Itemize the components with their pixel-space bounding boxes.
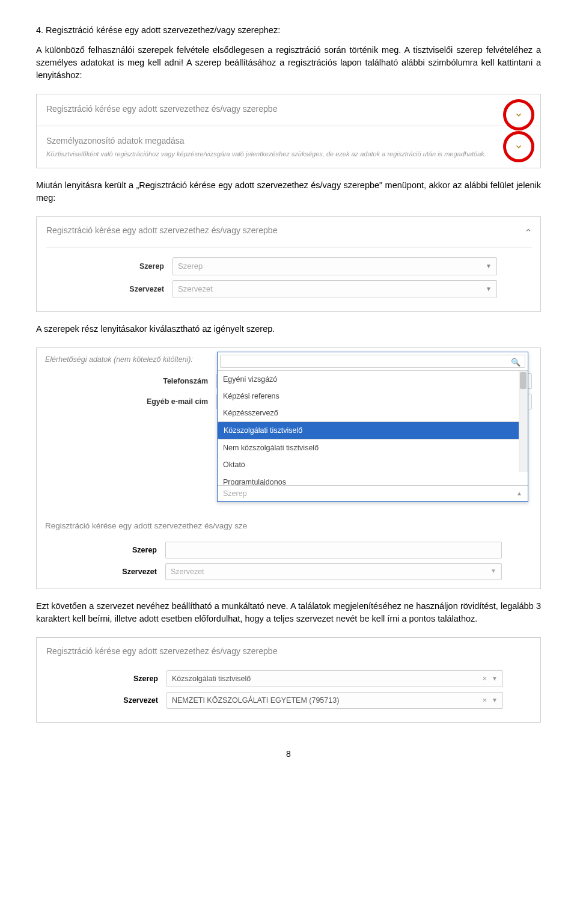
panel-personal-data[interactable]: Személyazonosító adatok megadása Köztisz… <box>37 126 540 167</box>
row-szerep: Szerep Közszolgálati tisztviselő × ▼ <box>46 668 532 690</box>
clear-icon[interactable]: × <box>480 673 490 685</box>
dropdown-option[interactable]: Programtulajdonos <box>218 474 528 485</box>
panel-registration-request[interactable]: Regisztráció kérése egy adott szervezeth… <box>37 94 540 126</box>
select-value: Szerep <box>178 261 203 272</box>
screenshot-expanded-form: Regisztráció kérése egy adott szervezeth… <box>36 216 541 312</box>
szerep-dropdown[interactable]: 🔍 Egyéni vizsgázóKépzési referensKépzéss… <box>217 352 528 502</box>
paragraph-1: A különböző felhasználói szerepek felvét… <box>36 44 541 90</box>
highlight-circle <box>503 99 534 130</box>
row-szerep: Szerep Szerep ▼ <box>46 255 532 278</box>
paragraph-4: Ezt követően a szervezet nevéhez beállít… <box>36 600 541 634</box>
chevron-up-icon[interactable]: ▲ <box>516 489 522 498</box>
select-szerep[interactable] <box>165 542 502 558</box>
dropdown-search-input[interactable] <box>220 355 525 368</box>
dropdown-option[interactable]: Közszolgálati tisztviselő <box>218 421 528 439</box>
screenshot-collapsed-panels: Regisztráció kérése egy adott szervezeth… <box>36 94 541 168</box>
chevron-down-icon: ▼ <box>490 567 496 576</box>
panel-title: Regisztráció kérése egy adott szervezeth… <box>46 103 532 117</box>
select-value: Közszolgálati tisztviselő <box>172 673 251 684</box>
panel-subtitle: Köztisztviselőként való regisztrációhoz … <box>46 150 532 159</box>
select-value: Szervezet <box>178 284 213 295</box>
dropdown-search-row: 🔍 <box>218 352 528 371</box>
row-szerep: Szerep <box>45 539 532 561</box>
row-szervezet: Szervezet NEMZETI KÖZSZOLGÁLATI EGYETEM … <box>46 690 532 711</box>
section-heading: 4. Regisztráció kérése egy adott szervez… <box>36 24 541 44</box>
chevron-up-icon[interactable] <box>525 225 532 237</box>
panel-title: Regisztráció kérése egy adott szervezeth… <box>46 645 532 668</box>
page-number: 8 <box>36 733 541 760</box>
chevron-down-icon[interactable] <box>514 142 523 151</box>
dropdown-option[interactable]: Nem közszolgálati tisztviselő <box>218 439 528 456</box>
dropdown-option[interactable]: Képzési referens <box>218 388 528 405</box>
chevron-down-icon: ▼ <box>492 696 498 705</box>
label-szerep: Szerep <box>46 261 172 272</box>
label-szervezet: Szervezet <box>46 695 166 706</box>
paragraph-2: Miután lenyitásra került a „Regisztráció… <box>36 179 541 213</box>
select-value: NEMZETI KÖZSZOLGÁLATI EGYETEM (795713) <box>172 695 339 706</box>
panel-title: Regisztráció kérése egy adott szervezeth… <box>45 514 532 539</box>
dropdown-option[interactable]: Képzésszervező <box>218 405 528 421</box>
screenshot-filled-values: Regisztráció kérése egy adott szervezeth… <box>36 637 541 723</box>
row-szervezet: Szervezet Szervezet ▼ <box>45 561 532 583</box>
dropdown-option[interactable]: Oktató <box>218 456 528 473</box>
label-szerep: Szerep <box>46 673 166 684</box>
label-szerep: Szerep <box>45 545 165 555</box>
label-email: Egyéb e-mail cím <box>45 396 216 407</box>
search-icon: 🔍 <box>511 357 521 369</box>
label-szervezet: Szervezet <box>45 566 165 577</box>
label-szervezet: Szervezet <box>46 284 172 295</box>
chevron-down-icon: ▼ <box>486 262 492 271</box>
panel-title: Regisztráció kérése egy adott szervezeth… <box>46 224 277 239</box>
chevron-down-icon: ▼ <box>486 285 492 294</box>
select-szerep[interactable]: Közszolgálati tisztviselő × ▼ <box>166 670 503 687</box>
label-telefon: Telefonszám <box>45 376 216 387</box>
row-szervezet: Szervezet Szervezet ▼ <box>46 278 532 301</box>
clear-icon[interactable]: × <box>480 695 490 706</box>
scrollbar-thumb[interactable] <box>520 372 527 389</box>
highlight-circle <box>503 131 534 162</box>
dropdown-footer-label: Szerep <box>223 488 247 499</box>
scrollbar[interactable] <box>519 371 528 472</box>
select-szerep[interactable]: Szerep ▼ <box>172 257 497 275</box>
dropdown-list: Egyéni vizsgázóKépzési referensKépzéssze… <box>218 371 528 485</box>
select-szervezet[interactable]: NEMZETI KÖZSZOLGÁLATI EGYETEM (795713) ×… <box>166 692 503 709</box>
dropdown-option[interactable]: Egyéni vizsgázó <box>218 371 528 388</box>
panel-title: Személyazonosító adatok megadása <box>46 135 532 149</box>
screenshot-dropdown-open: Elérhetőségi adatok (nem kötelező kitölt… <box>36 347 541 589</box>
dropdown-footer: Szerep ▲ <box>218 485 528 501</box>
paragraph-3: A szerepek rész lenyitásakor kiválasztha… <box>36 323 541 344</box>
chevron-down-icon: ▼ <box>492 675 498 684</box>
select-szervezet[interactable]: Szervezet ▼ <box>165 563 502 580</box>
chevron-down-icon[interactable] <box>514 111 523 119</box>
select-value: Szervezet <box>171 566 204 577</box>
select-szervezet[interactable]: Szervezet ▼ <box>172 280 497 298</box>
